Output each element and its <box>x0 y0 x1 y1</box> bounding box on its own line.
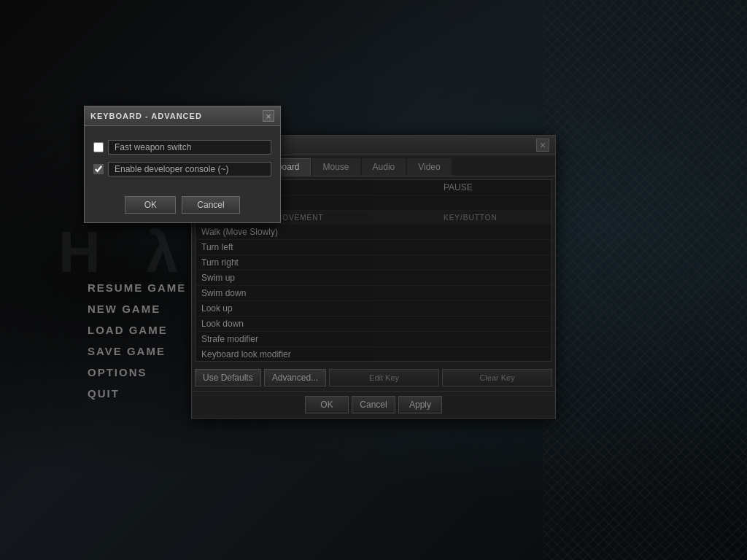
modal-overlay <box>0 0 747 560</box>
advanced-content: Fast weapon switch Enable developer cons… <box>85 126 280 190</box>
dev-console-checkbox[interactable] <box>93 164 104 174</box>
fast-weapon-row: Fast weapon switch <box>93 136 271 158</box>
advanced-keyboard-dialog: KEYBOARD - ADVANCED × Fast weapon switch… <box>84 106 281 223</box>
fast-weapon-checkbox[interactable] <box>93 142 104 152</box>
advanced-titlebar: KEYBOARD - ADVANCED × <box>85 106 280 126</box>
advanced-buttons-row: OK Cancel <box>85 190 280 222</box>
advanced-cancel-button[interactable]: Cancel <box>182 196 239 214</box>
advanced-close-button[interactable]: × <box>263 110 274 122</box>
advanced-title: KEYBOARD - ADVANCED <box>90 112 202 120</box>
advanced-ok-button[interactable]: OK <box>125 196 176 214</box>
fast-weapon-label: Fast weapon switch <box>108 140 271 155</box>
dev-console-label: Enable developer console (~) <box>108 162 271 176</box>
dev-console-row: Enable developer console (~) <box>93 158 271 180</box>
